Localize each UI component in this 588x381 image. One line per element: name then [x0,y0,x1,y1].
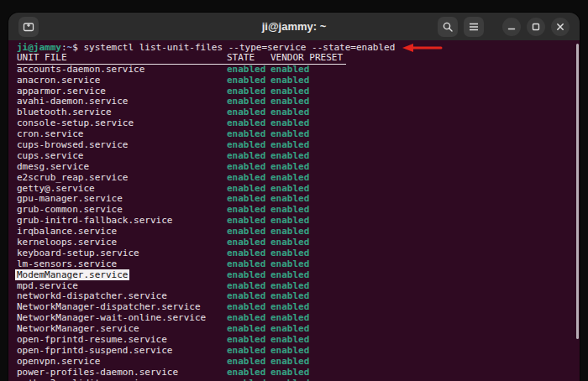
header-vendor-preset: VENDOR PRESET [270,53,346,64]
minimize-button[interactable] [502,18,521,36]
unit-file-name: apparmor.service [17,86,106,97]
unit-file-name: open-fprintd-suspend.service [17,345,172,356]
unit-file-name: grub-initrd-fallback.service [17,215,172,226]
table-row: cups-browsed.service enabled enabled [17,140,580,151]
unit-file-name: open-fprintd-resume.service [17,334,167,345]
unit-vendor-preset: enabled [270,281,580,292]
unit-file-name: openvpn.service [17,356,100,367]
unit-file-name: networkd-dispatcher.service [17,290,167,301]
unit-vendor-preset: enabled [270,302,580,313]
unit-vendor-preset: enabled [270,291,580,302]
unit-vendor-preset: enabled [270,237,580,248]
unit-vendor-preset: enabled [270,248,580,259]
unit-vendor-preset: enabled [270,97,580,107]
prompt-path: ~ [67,43,73,54]
table-row: open-fprintd-suspend.service enabled ena… [17,346,580,357]
unit-vendor-preset: enabled [270,205,580,216]
prompt-symbol: $ [72,43,83,54]
maximize-icon [532,23,540,31]
unit-state: enabled [227,357,270,368]
unit-state: enabled [227,270,270,281]
menu-button[interactable] [464,17,484,37]
unit-state: enabled [227,346,270,357]
unit-vendor-preset: enabled [270,129,580,140]
titlebar-controls [438,17,570,37]
minimize-icon [507,23,516,31]
unit-vendor-preset: enabled [270,140,580,151]
unit-file-name: mpd.service [17,280,78,291]
unit-vendor-preset: enabled [270,368,580,378]
unit-file-name: irqbalance.service [17,226,117,237]
unit-file-name: cups-browsed.service [17,139,128,150]
maximize-button[interactable] [527,18,545,36]
unit-file-name: avahi-daemon.service [17,96,128,107]
unit-file-name: power-profiles-daemon.service [17,367,178,378]
unit-state: enabled [227,162,270,173]
close-button[interactable] [551,18,570,36]
table-row: python3-validity.service enabled enabled [17,378,580,381]
unit-vendor-preset: enabled [270,227,580,237]
unit-file-name: lm-sensors.service [17,258,117,269]
hamburger-menu-icon [468,22,480,32]
unit-vendor-preset: enabled [270,107,580,118]
unit-vendor-preset: enabled [270,259,580,270]
table-row: e2scrub_reap.service enabled enabled [17,173,580,184]
new-tab-button[interactable] [18,17,39,37]
header-unit-file: UNIT FILE [17,53,227,64]
red-left-arrow-icon [402,43,444,53]
unit-state: enabled [227,140,270,151]
unit-file-name: accounts-daemon.service [17,64,144,75]
table-row: accounts-daemon.service enabled enabled [17,65,580,76]
unit-file-name: keyboard-setup.service [17,248,139,258]
table-row: cups.service enabled enabled [17,151,580,162]
unit-vendor-preset: enabled [270,357,580,368]
unit-vendor-preset: enabled [270,313,580,324]
unit-vendor-preset: enabled [270,118,580,129]
unit-vendor-preset: enabled [270,76,580,86]
unit-state: enabled [227,259,270,270]
unit-state: enabled [227,378,270,381]
unit-vendor-preset: enabled [270,65,580,76]
unit-state: enabled [227,173,270,184]
terminal-window: ji@jammy: ~ [8,13,580,381]
titlebar: ji@jammy: ~ [8,13,580,40]
unit-file-name: kerneloops.service [17,237,117,248]
table-row: lm-sensors.service enabled enabled [17,259,580,270]
unit-state: enabled [227,248,270,259]
unit-file-name: getty@.service [17,183,95,194]
unit-vendor-preset: enabled [270,184,580,195]
unit-vendor-preset: enabled [270,151,580,162]
unit-vendor-preset: enabled [270,86,580,97]
unit-state: enabled [227,65,270,76]
unit-file-name: anacron.service [17,75,100,86]
unit-state: enabled [227,76,270,86]
unit-file-name: python3-validity.service [17,378,150,381]
unit-vendor-preset: enabled [270,346,580,357]
unit-file-name: e2scrub_reap.service [17,172,128,183]
unit-vendor-preset: enabled [270,324,580,335]
search-button[interactable] [438,17,458,37]
unit-vendor-preset: enabled [270,378,580,381]
close-icon [556,23,564,31]
unit-vendor-preset: enabled [270,216,580,227]
unit-vendor-preset: enabled [270,162,580,173]
unit-file-name: dmesg.service [17,161,89,172]
unit-vendor-preset: enabled [270,194,580,205]
new-tab-icon [22,20,35,34]
header-state: STATE [227,53,270,64]
unit-file-name: bluetooth.service [17,107,112,117]
unit-file-name: cups.service [17,150,83,161]
search-icon [442,21,454,33]
unit-state: enabled [227,151,270,162]
terminal-content: ji@jammy:~$ systemctl list-unit-files --… [8,40,580,381]
unit-file-name: gpu-manager.service [17,193,123,204]
unit-file-name: ModemManager.service [15,269,129,280]
unit-state: enabled [227,237,270,248]
unit-state: enabled [227,368,270,378]
scrollbar[interactable] [576,44,579,339]
unit-file-name: NetworkManager-wait-online.service [17,312,206,323]
unit-file-name: console-setup.service [17,117,134,128]
unit-vendor-preset: enabled [270,270,580,281]
unit-file-name: NetworkManager.service [17,323,139,334]
unit-file-name: cron.service [17,128,83,139]
